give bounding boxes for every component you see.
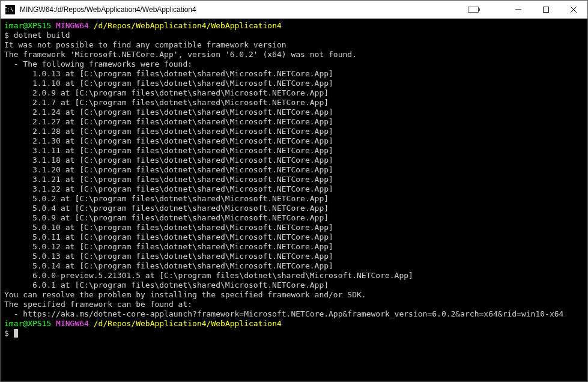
prompt-env: MINGW64 [56,21,89,30]
terminal-area[interactable]: imar@XPS15 MINGW64 /d/Repos/WebApplicati… [1,19,587,382]
framework-entry: 5.0.4 at [C:\program files\dotnet\shared… [4,204,584,213]
framework-entry: 2.1.30 at [C:\program files\dotnet\share… [4,136,584,146]
prompt-path: /d/Repos/WebApplication4/WebApplication4 [94,319,282,328]
output-line: The specified framework can be found at: [4,300,584,309]
output-url: - https://aka.ms/dotnet-core-applaunch?f… [4,309,584,319]
framework-entry: 5.0.12 at [C:\program files\dotnet\share… [4,242,584,252]
prompt-input[interactable]: $ [4,329,584,338]
output-line: The framework 'Microsoft.NETCore.App', v… [4,50,584,59]
cursor [14,329,18,338]
framework-entry: 3.1.20 at [C:\program files\dotnet\share… [4,165,584,175]
output-line: - The following frameworks were found: [4,59,584,69]
output-line: It was not possible to find any compatib… [4,40,584,50]
framework-entry: 3.1.11 at [C:\program files\dotnet\share… [4,146,584,156]
framework-entry: 6.0.0-preview.5.21301.5 at [C:\program f… [4,271,584,280]
framework-entry: 5.0.9 at [C:\program files\dotnet\shared… [4,213,584,223]
framework-entry: 2.1.7 at [C:\program files\dotnet\shared… [4,98,584,108]
maximize-button[interactable] [532,1,560,19]
prompt-env: MINGW64 [56,319,89,328]
framework-entry: 5.0.14 at [C:\program files\dotnet\share… [4,261,584,271]
battery-icon [466,5,480,14]
framework-entry: 3.1.22 at [C:\program files\dotnet\share… [4,184,584,194]
framework-entry: 5.0.11 at [C:\program files\dotnet\share… [4,232,584,242]
framework-entry: 6.0.1 at [C:\program files\dotnet\shared… [4,280,584,290]
framework-entry: 2.1.24 at [C:\program files\dotnet\share… [4,108,584,117]
framework-entry: 1.1.10 at [C:\program files\dotnet\share… [4,79,584,88]
framework-entry: 5.0.2 at [C:\program files\dotnet\shared… [4,194,584,204]
titlebar-controls [466,1,587,19]
close-button[interactable] [560,1,587,19]
framework-entry: 2.1.27 at [C:\program files\dotnet\share… [4,117,584,127]
command-line: $ dotnet build [4,31,584,40]
prompt-path: /d/Repos/WebApplication4/WebApplication4 [94,21,282,30]
framework-entry: 5.0.10 at [C:\program files\dotnet\share… [4,223,584,232]
prompt-user: imar@XPS15 [4,21,51,30]
framework-entry: 2.1.28 at [C:\program files\dotnet\share… [4,127,584,136]
svg-rect-1 [544,7,549,12]
output-line: You can resolve the problem by installin… [4,290,584,300]
app-icon: C:\. [5,5,15,14]
framework-entry: 5.0.13 at [C:\program files\dotnet\share… [4,252,584,261]
framework-entry: 3.1.18 at [C:\program files\dotnet\share… [4,156,584,165]
minimize-button[interactable] [505,1,532,19]
window-title: MINGW64:/d/Repos/WebApplication4/WebAppl… [20,5,466,14]
titlebar: C:\. MINGW64:/d/Repos/WebApplication4/We… [1,1,587,19]
framework-entry: 3.1.21 at [C:\program files\dotnet\share… [4,175,584,184]
prompt-user: imar@XPS15 [4,319,51,328]
framework-entry: 2.0.9 at [C:\program files\dotnet\shared… [4,88,584,98]
framework-entry: 1.0.13 at [C:\program files\dotnet\share… [4,69,584,79]
